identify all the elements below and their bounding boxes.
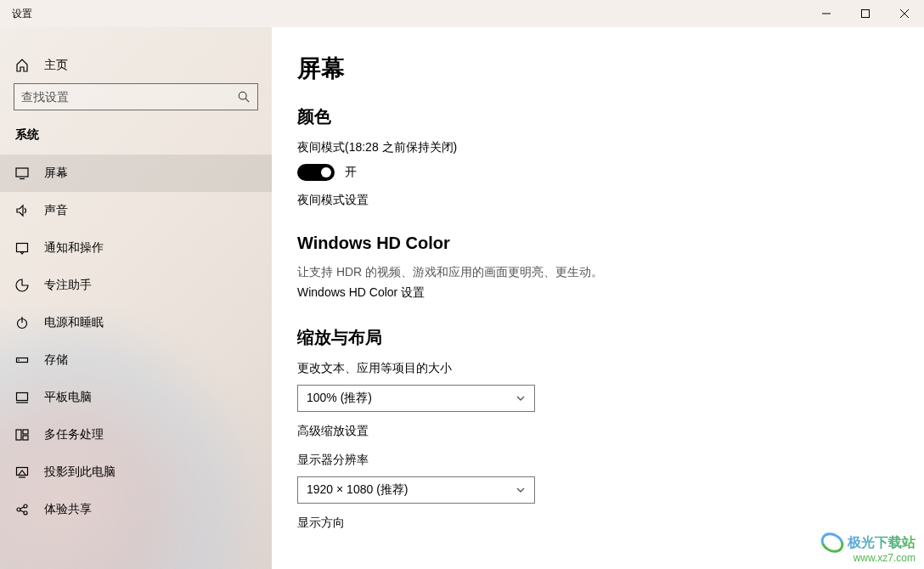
category-header: 系统	[0, 127, 272, 155]
hdcolor-settings-link[interactable]: Windows HD Color 设置	[297, 285, 924, 301]
svg-point-4	[239, 92, 246, 99]
sidebar-item-label: 通知和操作	[44, 240, 104, 256]
home-label: 主页	[44, 58, 68, 73]
text-size-label: 更改文本、应用等项目的大小	[297, 361, 924, 376]
sidebar-item-label: 屏幕	[44, 166, 68, 181]
shared-experiences-icon	[15, 503, 29, 516]
svg-point-12	[18, 359, 20, 361]
svg-rect-18	[17, 468, 28, 476]
sidebar-item-projecting[interactable]: 投影到此电脑	[0, 454, 272, 491]
svg-point-20	[17, 508, 20, 511]
svg-rect-1	[862, 10, 870, 18]
minimize-icon	[822, 9, 831, 18]
text-size-dropdown[interactable]: 100% (推荐)	[297, 385, 535, 412]
section-hdcolor: Windows HD Color	[297, 234, 924, 253]
resolution-dropdown[interactable]: 1920 × 1080 (推荐)	[297, 476, 535, 504]
toggle-state-label: 开	[345, 165, 357, 180]
svg-rect-8	[17, 244, 28, 252]
sidebar-item-label: 存储	[44, 352, 68, 368]
svg-rect-16	[23, 430, 28, 434]
resolution-value: 1920 × 1080 (推荐)	[307, 482, 408, 498]
svg-rect-6	[16, 168, 28, 177]
search-icon	[237, 90, 251, 104]
sidebar-item-label: 专注助手	[44, 278, 92, 293]
svg-point-22	[24, 511, 27, 515]
hdcolor-description: 让支持 HDR 的视频、游戏和应用的画面更明亮、更生动。	[297, 265, 924, 280]
section-scale: 缩放与布局	[297, 326, 924, 349]
focus-assist-icon	[15, 279, 29, 292]
close-button[interactable]	[885, 0, 924, 27]
svg-rect-17	[23, 436, 28, 440]
home-icon	[15, 59, 29, 72]
sidebar-item-storage[interactable]: 存储	[0, 341, 272, 379]
svg-line-24	[20, 510, 24, 512]
sidebar-item-label: 多任务处理	[44, 427, 104, 442]
page-title: 屏幕	[297, 53, 924, 85]
maximize-icon	[861, 9, 870, 18]
display-icon	[15, 166, 29, 180]
sidebar-item-sound[interactable]: 声音	[0, 192, 272, 229]
sidebar-item-power[interactable]: 电源和睡眠	[0, 304, 272, 341]
section-color: 颜色	[297, 105, 924, 128]
chevron-down-icon	[516, 393, 526, 403]
night-mode-toggle[interactable]	[297, 164, 335, 181]
advanced-scaling-link[interactable]: 高级缩放设置	[297, 424, 924, 439]
search-box[interactable]	[14, 83, 258, 110]
orientation-label: 显示方向	[297, 515, 924, 531]
search-input[interactable]	[21, 90, 237, 104]
svg-point-21	[24, 504, 27, 508]
svg-line-23	[20, 507, 24, 509]
resolution-label: 显示器分辨率	[297, 453, 924, 468]
text-size-value: 100% (推荐)	[307, 391, 372, 406]
night-mode-settings-link[interactable]: 夜间模式设置	[297, 193, 924, 208]
power-icon	[15, 316, 29, 330]
sidebar: 主页 系统 屏幕 声音 通知和操作	[0, 27, 272, 569]
sidebar-item-label: 声音	[44, 203, 68, 218]
sidebar-item-label: 投影到此电脑	[44, 465, 116, 480]
sidebar-item-label: 平板电脑	[44, 390, 92, 405]
window-title: 设置	[0, 7, 32, 21]
sidebar-item-notifications[interactable]: 通知和操作	[0, 229, 272, 267]
storage-icon	[15, 353, 29, 367]
svg-rect-15	[16, 430, 21, 440]
maximize-button[interactable]	[846, 0, 885, 27]
content-area: 屏幕 颜色 夜间模式(18:28 之前保持关闭) 开 夜间模式设置 Window…	[272, 27, 924, 569]
sidebar-item-multitasking[interactable]: 多任务处理	[0, 416, 272, 454]
svg-line-5	[245, 99, 249, 102]
svg-rect-13	[17, 393, 28, 401]
close-icon	[900, 9, 909, 18]
sidebar-item-focus-assist[interactable]: 专注助手	[0, 267, 272, 304]
sidebar-item-display[interactable]: 屏幕	[0, 155, 272, 192]
minimize-button[interactable]	[807, 0, 846, 27]
sound-icon	[15, 204, 29, 217]
sidebar-item-label: 电源和睡眠	[44, 315, 104, 330]
notifications-icon	[15, 241, 29, 255]
night-mode-label: 夜间模式(18:28 之前保持关闭)	[297, 140, 924, 155]
sidebar-item-label: 体验共享	[44, 502, 92, 517]
home-button[interactable]: 主页	[0, 49, 272, 83]
sidebar-item-shared-experiences[interactable]: 体验共享	[0, 491, 272, 528]
projecting-icon	[15, 465, 29, 479]
tablet-icon	[15, 391, 29, 404]
chevron-down-icon	[516, 485, 526, 495]
multitasking-icon	[15, 428, 29, 442]
sidebar-item-tablet[interactable]: 平板电脑	[0, 379, 272, 416]
